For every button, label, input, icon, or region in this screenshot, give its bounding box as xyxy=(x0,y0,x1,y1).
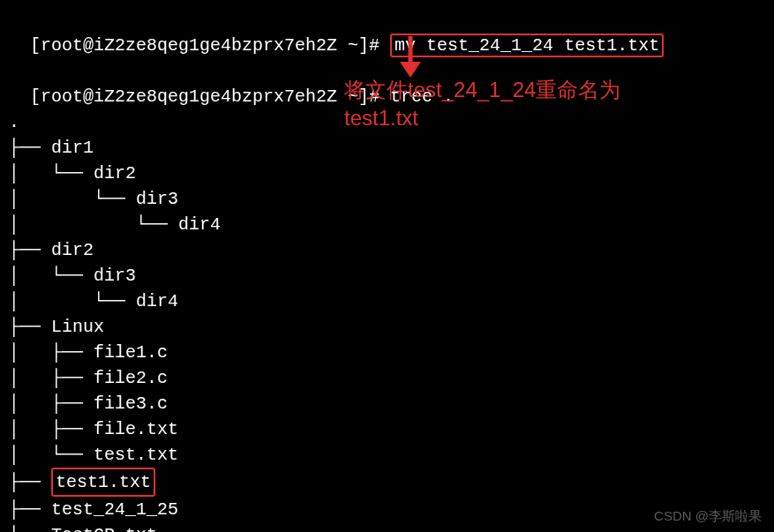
tree-line: │ ├── file.txt xyxy=(9,416,765,442)
tree-prefix: ├── xyxy=(9,472,51,492)
prompt-host: [root@iZ2ze8qeg1ge4bzprx7eh2Z ~]# xyxy=(30,35,390,56)
tree-line: │ ├── file2.c xyxy=(9,365,765,391)
tree-line: │ ├── file1.c xyxy=(9,340,765,365)
watermark: CSDN @李斯啦果 xyxy=(654,508,762,525)
tree-line: │ └── dir3 xyxy=(9,186,765,212)
tree-line: │ └── dir4 xyxy=(9,288,765,314)
renamed-file-highlight: test1.txt xyxy=(51,468,155,497)
annotation-line-2: test1.txt xyxy=(344,104,620,132)
prompt-host: [root@iZ2ze8qeg1ge4bzprx7eh2Z ~]# xyxy=(30,86,390,107)
tree-line: ├── dir1 xyxy=(9,135,765,161)
tree-line: │ ├── file3.c xyxy=(9,391,765,416)
tree-line: ├── TestCP.txt xyxy=(9,522,765,532)
tree-line: ├── Linux xyxy=(9,314,765,340)
tree-line: │ └── dir2 xyxy=(9,161,765,186)
arrow-down-icon xyxy=(388,34,432,78)
tree-line: │ └── dir3 xyxy=(9,263,765,288)
tree-line: │ └── test.txt xyxy=(9,442,765,468)
tree-line: │ └── dir4 xyxy=(9,212,765,237)
annotation-line-1: 将文件test_24_1_24重命名为 xyxy=(344,76,620,104)
tree-line-highlighted: ├── test1.txt xyxy=(9,468,765,497)
annotation-text: 将文件test_24_1_24重命名为 test1.txt xyxy=(344,76,620,133)
prompt-line-1[interactable]: [root@iZ2ze8qeg1ge4bzprx7eh2Z ~]# mv tes… xyxy=(9,7,765,58)
tree-line: ├── test_24_1_25 xyxy=(9,497,765,522)
tree-line: ├── dir2 xyxy=(9,237,765,263)
